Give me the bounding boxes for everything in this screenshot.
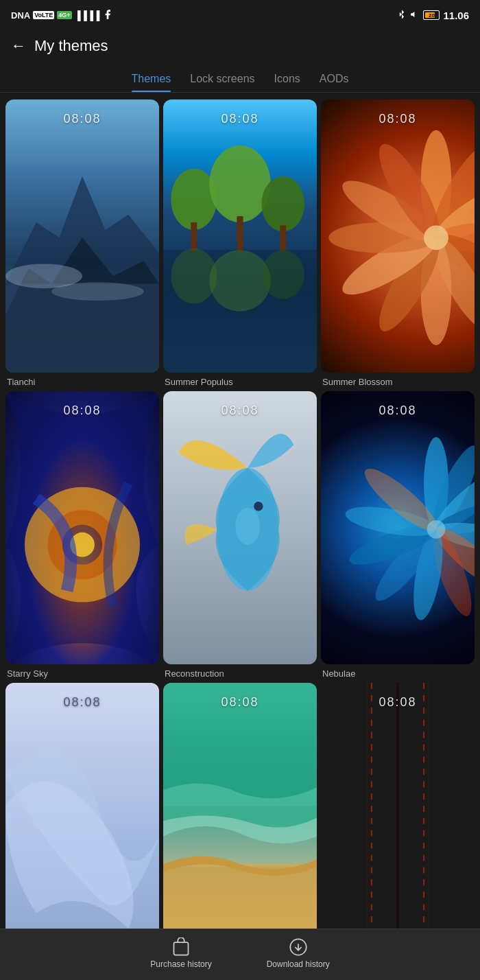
theme-card-9[interactable]: 08:08 — [321, 683, 475, 960]
status-left: DNA VoLTE 4G+ ▐▐▐▐ — [11, 9, 113, 22]
theme-thumbnail-4: 08:08 — [5, 391, 159, 664]
theme-time-6: 08:08 — [379, 404, 416, 418]
theme-time-2: 08:08 — [221, 112, 259, 126]
theme-thumbnail-7: 08:08 — [5, 683, 159, 956]
theme-name-4: Starry Sky — [5, 668, 159, 679]
svg-point-4 — [51, 282, 143, 301]
bluetooth-icon — [397, 10, 407, 21]
theme-time-9: 08:08 — [379, 695, 416, 710]
theme-time-8: 08:08 — [221, 695, 259, 710]
theme-name-1: Tianchi — [5, 377, 159, 387]
theme-thumbnail-8: 08:08 — [163, 683, 317, 956]
back-button[interactable]: ← — [11, 37, 26, 55]
theme-thumbnail-6: 08:08 — [321, 391, 475, 664]
carrier-label: DNA — [11, 10, 30, 21]
facebook-icon — [102, 9, 113, 22]
theme-thumbnail-9: 08:08 — [321, 683, 475, 956]
status-bar: DNA VoLTE 4G+ ▐▐▐▐ 20 11.06 — [0, 0, 480, 30]
bottom-nav: Purchase history Download history — [0, 929, 480, 980]
page-title: My themes — [34, 37, 108, 55]
theme-thumbnail-1: 08:08 — [5, 100, 159, 373]
theme-card-summer-blossom[interactable]: 08:08 Summer Blossom — [321, 100, 475, 387]
theme-name-5: Reconstruction — [163, 668, 317, 679]
download-history-nav[interactable]: Download history — [267, 937, 330, 969]
theme-card-starry-sky[interactable]: 08:08 Starry Sky — [5, 391, 159, 679]
theme-time-3: 08:08 — [379, 112, 416, 126]
svg-rect-10 — [280, 225, 286, 253]
theme-time-4: 08:08 — [63, 404, 101, 418]
svg-point-32 — [235, 508, 260, 545]
tab-themes[interactable]: Themes — [132, 73, 171, 92]
mute-icon — [410, 10, 420, 21]
svg-rect-9 — [237, 216, 243, 253]
signal-bars-icon: ▐▐▐▐ — [75, 10, 100, 21]
theme-name-2: Summer Populus — [163, 377, 317, 387]
theme-card-nebulae[interactable]: 08:08 Nebulae — [321, 391, 475, 679]
status-right: 20 11.06 — [397, 10, 469, 21]
lte-badge: 4G+ — [57, 11, 71, 19]
theme-card-summer-populus[interactable]: 08:08 Summer Populus — [163, 100, 317, 387]
svg-point-27 — [424, 225, 448, 250]
themes-grid: 08:08 Tianchi — [0, 93, 480, 968]
theme-name-3: Summer Blossom — [321, 377, 475, 387]
time-label: 11.06 — [443, 10, 469, 21]
volte-badge: VoLTE — [33, 11, 54, 19]
tab-icons[interactable]: Icons — [274, 73, 300, 92]
battery-icon: 20 — [423, 10, 440, 20]
theme-time-1: 08:08 — [63, 112, 101, 126]
svg-rect-8 — [191, 222, 197, 253]
svg-point-33 — [254, 502, 263, 511]
tab-aods[interactable]: AODs — [320, 73, 349, 92]
svg-rect-55 — [173, 942, 188, 955]
svg-point-6 — [209, 145, 271, 222]
svg-point-13 — [209, 250, 271, 311]
theme-name-6: Nebulae — [321, 668, 475, 679]
theme-thumbnail-5: 08:08 — [163, 391, 317, 664]
tabs-container: Themes Lock screens Icons AODs — [0, 66, 480, 93]
theme-card-reconstruction[interactable]: 08:08 Reconstruction — [163, 391, 317, 679]
purchase-history-label: Purchase history — [150, 959, 211, 969]
bag-icon — [171, 937, 191, 957]
download-history-label: Download history — [267, 959, 330, 969]
theme-time-7: 08:08 — [63, 695, 101, 710]
theme-thumbnail-2: 08:08 — [163, 100, 317, 373]
header: ← My themes — [0, 30, 480, 66]
content-area: 08:08 Tianchi — [0, 93, 480, 980]
purchase-history-nav[interactable]: Purchase history — [150, 937, 211, 969]
svg-point-14 — [261, 250, 304, 299]
tab-lock-screens[interactable]: Lock screens — [190, 73, 254, 92]
theme-card-7[interactable]: 08:08 — [5, 683, 159, 960]
theme-card-8[interactable]: 08:08 — [163, 683, 317, 960]
download-icon — [289, 937, 308, 957]
svg-point-7 — [261, 176, 304, 232]
theme-card-tianchi[interactable]: 08:08 Tianchi — [5, 100, 159, 387]
theme-thumbnail-3: 08:08 — [321, 100, 475, 373]
theme-time-5: 08:08 — [221, 404, 259, 418]
svg-point-46 — [427, 520, 446, 539]
